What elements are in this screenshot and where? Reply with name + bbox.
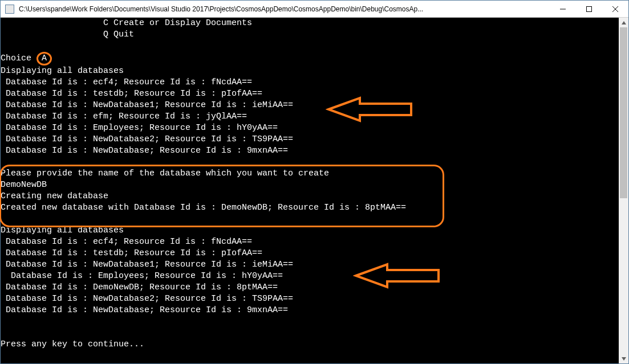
chevron-down-icon bbox=[622, 357, 626, 361]
svg-marker-5 bbox=[622, 357, 626, 361]
list-item: Database Id is : NewDatabase; Resource I… bbox=[1, 305, 619, 316]
window: C:\Users\spande\Work Folders\Documents\V… bbox=[0, 0, 629, 364]
console-output: C Create or Display Documents Q Quit Cho… bbox=[1, 18, 619, 363]
scroll-track[interactable] bbox=[619, 27, 628, 354]
list-item: Database Id is : ecf4; Resource Id is : … bbox=[1, 77, 619, 88]
maximize-button[interactable] bbox=[576, 1, 602, 17]
choice-line: Choice A bbox=[1, 52, 619, 66]
titlebar-buttons bbox=[550, 1, 628, 17]
list-item: Database Id is : Employees; Resource Id … bbox=[1, 122, 619, 134]
list-item: Database Id is : NewDatabase; Resource I… bbox=[1, 145, 619, 157]
minimize-icon bbox=[560, 6, 566, 12]
blank-line bbox=[1, 328, 619, 339]
list-item: Database Id is : testdb; Resource Id is … bbox=[1, 88, 619, 100]
blank-line bbox=[1, 40, 619, 52]
blank-line bbox=[1, 316, 619, 328]
section-title: Displaying all databases bbox=[1, 225, 619, 236]
list-item: Database Id is : NewDatabase1; Resource … bbox=[1, 100, 619, 111]
list-item: Database Id is : ecf4; Resource Id is : … bbox=[1, 236, 619, 248]
choice-label: Choice bbox=[1, 54, 36, 63]
app-icon bbox=[5, 5, 14, 14]
scroll-down-button[interactable] bbox=[619, 354, 628, 363]
scrollbar[interactable] bbox=[619, 18, 628, 363]
create-result: Created new database with Database Id is… bbox=[1, 202, 619, 214]
list-item: Database Id is : efm; Resource Id is : j… bbox=[1, 111, 619, 122]
menu-line: Q Quit bbox=[1, 29, 619, 40]
list-item: Database Id is : Employees; Resource Id … bbox=[1, 271, 619, 282]
list-item: Database Id is : NewDatabase2; Resource … bbox=[1, 293, 619, 305]
titlebar[interactable]: C:\Users\spande\Work Folders\Documents\V… bbox=[1, 1, 628, 18]
create-progress: Creating new database bbox=[1, 191, 619, 202]
titlebar-path: C:\Users\spande\Work Folders\Documents\V… bbox=[19, 5, 550, 13]
svg-rect-1 bbox=[587, 6, 592, 11]
list-item: Database Id is : testdb; Resource Id is … bbox=[1, 248, 619, 259]
close-icon bbox=[612, 6, 618, 12]
menu-line: C Create or Display Documents bbox=[1, 18, 619, 29]
maximize-icon bbox=[586, 6, 592, 12]
scroll-up-button[interactable] bbox=[619, 18, 628, 27]
blank-line bbox=[1, 214, 619, 225]
footer-line: Press any key to continue... bbox=[1, 339, 619, 350]
list-item: Database Id is : DemoNewDB; Resource Id … bbox=[1, 282, 619, 293]
chevron-up-icon bbox=[622, 21, 626, 25]
blank-line bbox=[1, 157, 619, 168]
create-input: DemoNewDB bbox=[1, 179, 619, 191]
close-button[interactable] bbox=[602, 1, 628, 17]
minimize-button[interactable] bbox=[550, 1, 576, 17]
list-item: Database Id is : NewDatabase1; Resource … bbox=[1, 259, 619, 271]
client-area: C Create or Display Documents Q Quit Cho… bbox=[1, 18, 628, 363]
scroll-thumb[interactable] bbox=[620, 27, 627, 198]
section-title: Displaying all databases bbox=[1, 66, 619, 77]
create-prompt: Please provide the name of the database … bbox=[1, 168, 619, 179]
choice-value: A bbox=[36, 52, 52, 66]
svg-marker-4 bbox=[622, 21, 626, 24]
list-item: Database Id is : NewDatabase2; Resource … bbox=[1, 134, 619, 145]
